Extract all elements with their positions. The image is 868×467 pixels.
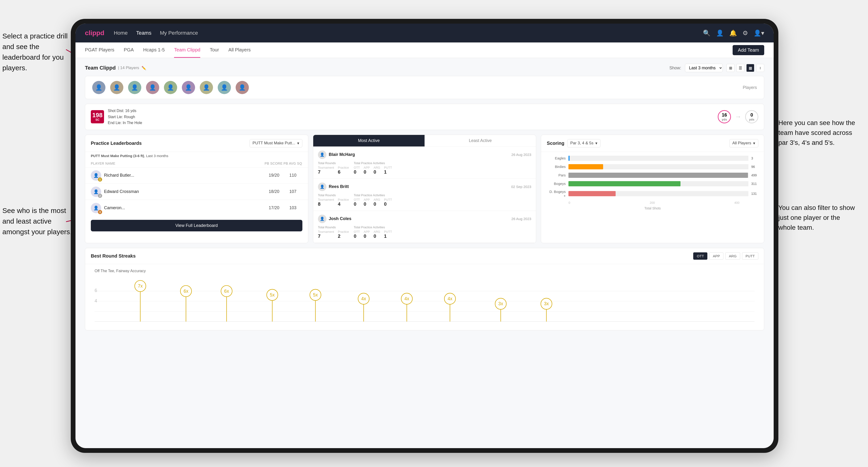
notification-icon[interactable]: 🔔 bbox=[729, 30, 737, 37]
player-avatar-1[interactable]: 👤 bbox=[92, 81, 105, 94]
player-count: | 14 Players bbox=[118, 66, 139, 70]
bar-chart: Eagles 3 Birdies 96 bbox=[541, 152, 764, 214]
player-avatar-7[interactable]: 👤 bbox=[200, 81, 213, 94]
tab-most-active[interactable]: Most Active bbox=[313, 135, 425, 147]
player-name-2: Edward Crossman bbox=[104, 189, 139, 194]
streaks-filter-group: OTT APP ARG PUTT bbox=[693, 252, 758, 260]
svg-text:5x: 5x bbox=[313, 292, 318, 298]
subnav-pga[interactable]: PGA bbox=[124, 42, 134, 58]
activity-stats-3: Total Rounds Tournament 7 Practice 2 bbox=[318, 225, 531, 239]
rank-badge-3: 3 bbox=[98, 210, 102, 214]
annotation-top-right: Here you can see how the team have score… bbox=[778, 118, 859, 148]
view-full-leaderboard-button[interactable]: View Full Leaderboard bbox=[91, 220, 302, 231]
show-select[interactable]: Last 3 months Last 6 months Last year bbox=[685, 64, 723, 72]
search-icon[interactable]: 🔍 bbox=[703, 30, 710, 37]
activity-item-2: 👤 Rees Britt 02 Sep 2023 Total Rounds To… bbox=[313, 179, 536, 211]
profile-icon[interactable]: 👤 bbox=[716, 30, 724, 37]
filter-ott[interactable]: OTT bbox=[693, 252, 707, 260]
player-avatar-5[interactable]: 👤 bbox=[164, 81, 177, 94]
player-avatar-3[interactable]: 👤 bbox=[128, 81, 141, 94]
shot-badge-label: SC bbox=[96, 118, 99, 121]
activity-date-2: 02 Sep 2023 bbox=[511, 185, 531, 189]
ipad-screen: clippd Home Teams My Performance 🔍 👤 🔔 ⚙… bbox=[75, 24, 774, 448]
leaderboard-header: Practice Leaderboards PUTT Must Make Put… bbox=[85, 135, 308, 152]
activity-avatar-3: 👤 bbox=[318, 215, 327, 223]
filter-app[interactable]: APP bbox=[709, 252, 723, 260]
edit-icon[interactable]: ✏️ bbox=[142, 66, 146, 70]
subnav-tour[interactable]: Tour bbox=[210, 42, 219, 58]
view-list-icon[interactable]: ☰ bbox=[736, 64, 744, 72]
player-avg-3: 103 bbox=[283, 206, 302, 210]
team-title: Team Clippd bbox=[85, 65, 116, 71]
activity-tabs: Most Active Least Active bbox=[313, 135, 536, 147]
annotation-bottom-left: See who is the most and least active amo… bbox=[2, 205, 73, 237]
user-avatar[interactable]: 👤▾ bbox=[753, 30, 764, 37]
bar-row-bogeys: Bogeys 311 bbox=[547, 181, 758, 186]
svg-text:5x: 5x bbox=[270, 292, 275, 298]
activity-date-1: 26 Aug 2023 bbox=[512, 153, 531, 157]
drill-select[interactable]: PUTT Must Make Putt... ▾ bbox=[250, 139, 302, 148]
player-avatar-6[interactable]: 👤 bbox=[182, 81, 195, 94]
svg-text:6: 6 bbox=[95, 288, 97, 293]
team-controls: Show: Last 3 months Last 6 months Last y… bbox=[670, 64, 764, 72]
streaks-title: Best Round Streaks bbox=[91, 253, 135, 259]
players-label: Players bbox=[743, 85, 757, 90]
nav-teams[interactable]: Teams bbox=[136, 30, 151, 36]
svg-text:6x: 6x bbox=[184, 288, 188, 293]
svg-text:3x: 3x bbox=[544, 301, 549, 306]
svg-text:4x: 4x bbox=[447, 296, 453, 301]
activity-name-1: Blair McHarg bbox=[329, 152, 355, 157]
svg-text:4: 4 bbox=[95, 298, 97, 303]
tab-least-active[interactable]: Least Active bbox=[425, 135, 536, 147]
svg-text:7x: 7x bbox=[138, 283, 143, 288]
player-avatar-4[interactable]: 👤 bbox=[146, 81, 159, 94]
team-header: Team Clippd | 14 Players ✏️ Show: Last 3… bbox=[85, 64, 764, 72]
scoring-header: Scoring Par 3, 4 & 5s ▾ All Players ▾ bbox=[541, 135, 764, 152]
nav-my-performance[interactable]: My Performance bbox=[160, 30, 198, 36]
dist-circle-1: 16 yds bbox=[718, 110, 731, 123]
nav-home[interactable]: Home bbox=[114, 30, 128, 36]
activity-card: Most Active Least Active 👤 Blair McHarg … bbox=[313, 135, 536, 243]
shot-card: 198 SC Shot Dist: 16 yds Start Lie: Roug… bbox=[85, 104, 764, 130]
player-avg-1: 110 bbox=[283, 173, 302, 178]
activity-avatar-1: 👤 bbox=[318, 151, 327, 159]
activity-name-2: Rees Britt bbox=[329, 184, 349, 189]
filter-putt[interactable]: PUTT bbox=[742, 252, 758, 260]
settings-icon[interactable]: ⚙ bbox=[743, 30, 748, 37]
scoring-filter-players[interactable]: All Players ▾ bbox=[729, 139, 758, 148]
activity-stats-2: Total Rounds Tournament 8 Practice 4 bbox=[318, 193, 531, 207]
subnav: PGAT Players PGA Hcaps 1-5 Team Clippd T… bbox=[75, 42, 774, 58]
subnav-team-clippd[interactable]: Team Clippd bbox=[174, 42, 200, 58]
subnav-all-players[interactable]: All Players bbox=[228, 42, 250, 58]
players-row: 👤 👤 👤 👤 👤 👤 👤 👤 👤 Players bbox=[85, 76, 764, 99]
streaks-chart-area: Off The Tee, Fairway Accuracy 6 4 bbox=[85, 264, 764, 330]
shot-badge-num: 198 bbox=[92, 112, 102, 118]
activity-name-3: Josh Coles bbox=[329, 216, 351, 221]
player-avatar-8[interactable]: 👤 bbox=[218, 81, 231, 94]
player-avg-2: 107 bbox=[283, 189, 302, 194]
player-avatar-9[interactable]: 👤 bbox=[236, 81, 249, 94]
subnav-hcaps[interactable]: Hcaps 1-5 bbox=[143, 42, 165, 58]
navbar: clippd Home Teams My Performance 🔍 👤 🔔 ⚙… bbox=[75, 24, 774, 42]
show-label: Show: bbox=[670, 66, 681, 70]
streaks-card: Best Round Streaks OTT APP ARG PUTT Off … bbox=[85, 248, 764, 331]
main-content: Team Clippd | 14 Players ✏️ Show: Last 3… bbox=[75, 58, 774, 448]
activity-item-3: 👤 Josh Coles 26 Aug 2023 Total Rounds To… bbox=[313, 211, 536, 243]
scoring-title: Scoring bbox=[547, 141, 564, 146]
player-avatar-2[interactable]: 👤 bbox=[110, 81, 123, 94]
lb-avatar-3: 👤 3 bbox=[91, 203, 101, 213]
scoring-filter-par[interactable]: Par 3, 4 & 5s ▾ bbox=[567, 139, 600, 148]
dist-circle-2: 0 yds bbox=[745, 110, 758, 123]
subnav-pgat[interactable]: PGAT Players bbox=[85, 42, 115, 58]
activity-stats-1: Total Rounds Tournament 7 Practice 6 bbox=[318, 161, 531, 175]
shot-dist-row: 16 yds → 0 yds bbox=[718, 110, 758, 123]
table-row: 👤 3 Cameron... 17/20 103 bbox=[85, 200, 308, 216]
view-card-icon[interactable]: ▦ bbox=[746, 64, 754, 72]
streaks-chart-svg: 6 4 7x 6x 6x bbox=[95, 278, 754, 330]
add-team-button[interactable]: Add Team bbox=[733, 45, 764, 55]
view-sort-icon[interactable]: ↕ bbox=[756, 64, 764, 72]
view-icons: ⊞ ☰ ▦ ↕ bbox=[726, 64, 764, 72]
view-grid-icon[interactable]: ⊞ bbox=[726, 64, 735, 72]
filter-arg[interactable]: ARG bbox=[725, 252, 740, 260]
shot-details: Shot Dist: 16 yds Start Lie: Rough End L… bbox=[108, 108, 142, 126]
